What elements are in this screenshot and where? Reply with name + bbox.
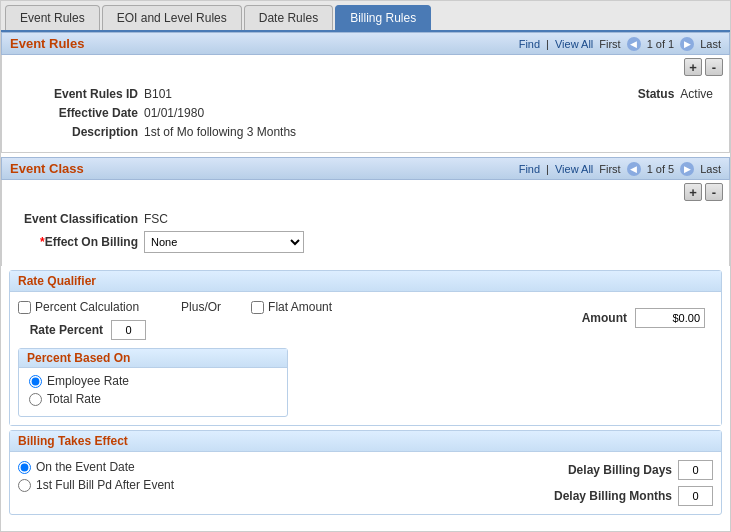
percent-based-on-section: Percent Based On Employee Rate Total Rat… [18,348,288,417]
event-rules-id-value: B101 [144,87,172,101]
rate-percent-input[interactable] [111,320,146,340]
delay-months-row: Delay Billing Months [493,486,713,506]
effect-on-billing-label: *Effect On Billing [18,235,138,249]
event-class-last-label: Last [700,163,721,175]
first-full-bill-radio[interactable] [18,479,31,492]
remove-event-class-button[interactable]: - [705,183,723,201]
effective-date-value: 01/01/1980 [144,106,204,120]
event-class-first-label: First [599,163,620,175]
rate-qualifier-section: Rate Qualifier Percent Calculation Plus/… [9,270,722,426]
event-class-actions: + - [1,180,730,204]
description-row: Description 1st of Mo following 3 Months [18,125,713,139]
on-event-date-radio[interactable] [18,461,31,474]
percent-calc-checkbox[interactable] [18,301,31,314]
event-class-record-counter: 1 of 5 [647,163,675,175]
delay-months-label: Delay Billing Months [554,489,672,503]
billing-takes-effect-body: On the Event Date 1st Full Bill Pd After… [10,452,721,514]
event-class-header: Event Class Find | View All First ◀ 1 of… [1,157,730,180]
on-event-date-label: On the Event Date [36,460,135,474]
employee-rate-radio[interactable] [29,375,42,388]
delay-days-input[interactable] [678,460,713,480]
event-class-nav: Find | View All First ◀ 1 of 5 ▶ Last [519,162,721,176]
delay-days-row: Delay Billing Days [493,460,713,480]
event-class-view-all-link[interactable]: View All [555,163,593,175]
billing-right: Delay Billing Days Delay Billing Months [493,460,713,506]
event-class-prev-icon[interactable]: ◀ [627,162,641,176]
event-class-next-icon[interactable]: ▶ [680,162,694,176]
amount-row: Amount [513,308,713,328]
event-rules-title: Event Rules [10,36,84,51]
description-label: Description [18,125,138,139]
event-class-find-link[interactable]: Find [519,163,540,175]
tab-bar: Event Rules EOI and Level Rules Date Rul… [1,1,730,32]
rate-qualifier-body: Percent Calculation Plus/Or Flat Amount … [10,292,721,425]
total-rate-radio[interactable] [29,393,42,406]
description-value: 1st of Mo following 3 Months [144,125,296,139]
last-nav-label: Last [700,38,721,50]
employee-rate-radio-item: Employee Rate [29,374,277,388]
prev-nav-icon[interactable]: ◀ [627,37,641,51]
tab-billing-rules[interactable]: Billing Rules [335,5,431,30]
delay-days-label: Delay Billing Days [568,463,672,477]
percent-calc-label: Percent Calculation [35,300,139,314]
add-event-rule-button[interactable]: + [684,58,702,76]
event-rules-id-label: Event Rules ID [18,87,138,101]
rate-percent-row: Rate Percent [18,320,513,340]
first-full-bill-label: 1st Full Bill Pd After Event [36,478,174,492]
flat-amount-checkbox[interactable] [251,301,264,314]
rate-qualifier-left: Percent Calculation Plus/Or Flat Amount … [18,300,513,417]
percent-based-on-title: Percent Based On [19,349,287,368]
rate-qualifier-title: Rate Qualifier [10,271,721,292]
rate-percent-label: Rate Percent [18,323,103,337]
status-value: Active [680,87,713,101]
remove-event-rule-button[interactable]: - [705,58,723,76]
rate-qualifier-checkboxes: Percent Calculation Plus/Or Flat Amount [18,300,513,314]
amount-input[interactable] [635,308,705,328]
flat-amount-checkbox-item: Flat Amount [251,300,332,314]
rate-qualifier-content: Percent Calculation Plus/Or Flat Amount … [18,300,713,417]
effective-date-label: Effective Date [18,106,138,120]
event-class-title: Event Class [10,161,84,176]
event-classification-row: Event Classification FSC [18,212,713,226]
status-row: Status Active [638,87,713,101]
amount-label: Amount [582,311,627,325]
event-class-pipe: | [546,163,549,175]
record-counter: 1 of 1 [647,38,675,50]
event-rules-fields: Event Rules ID B101 Status Active Effect… [1,79,730,153]
next-nav-icon[interactable]: ▶ [680,37,694,51]
view-all-link[interactable]: View All [555,38,593,50]
first-nav-label: First [599,38,620,50]
status-label: Status [638,87,675,101]
flat-amount-label: Flat Amount [268,300,332,314]
on-event-date-radio-item: On the Event Date [18,460,473,474]
total-rate-label: Total Rate [47,392,101,406]
plus-or-label: Plus/Or [181,300,221,314]
event-classification-value: FSC [144,212,168,226]
billing-takes-effect-section: Billing Takes Effect On the Event Date 1… [9,430,722,515]
percent-based-on-body: Employee Rate Total Rate [19,368,287,416]
effective-date-row: Effective Date 01/01/1980 [18,106,713,120]
event-rules-actions: + - [1,55,730,79]
delay-months-input[interactable] [678,486,713,506]
find-link[interactable]: Find [519,38,540,50]
billing-takes-effect-title: Billing Takes Effect [10,431,721,452]
event-class-fields: Event Classification FSC *Effect On Bill… [1,204,730,266]
effect-on-billing-select[interactable]: None [144,231,304,253]
pipe-separator: | [546,38,549,50]
employee-rate-label: Employee Rate [47,374,129,388]
tab-event-rules[interactable]: Event Rules [5,5,100,30]
effect-on-billing-row: *Effect On Billing None [18,231,713,253]
rate-qualifier-right: Amount [513,300,713,417]
event-classification-label: Event Classification [18,212,138,226]
total-rate-radio-item: Total Rate [29,392,277,406]
event-rules-header: Event Rules Find | View All First ◀ 1 of… [1,32,730,55]
add-event-class-button[interactable]: + [684,183,702,201]
main-container: Event Rules EOI and Level Rules Date Rul… [0,0,731,532]
tab-eoi-level[interactable]: EOI and Level Rules [102,5,242,30]
first-full-bill-radio-item: 1st Full Bill Pd After Event [18,478,473,492]
percent-calc-checkbox-item: Percent Calculation [18,300,139,314]
event-rules-nav: Find | View All First ◀ 1 of 1 ▶ Last [519,37,721,51]
tab-date-rules[interactable]: Date Rules [244,5,333,30]
billing-left: On the Event Date 1st Full Bill Pd After… [18,460,493,506]
event-rules-id-row: Event Rules ID B101 Status Active [18,87,713,101]
